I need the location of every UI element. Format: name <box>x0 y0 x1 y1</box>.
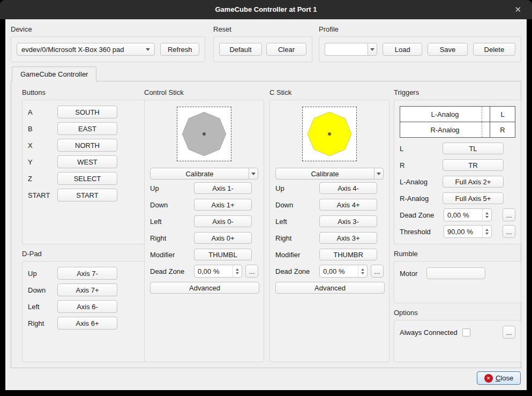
profile-combobox[interactable] <box>325 43 377 56</box>
dpad-left-binding[interactable]: Axis 6- <box>57 300 117 313</box>
close-button[interactable]: ✕ Close <box>477 371 521 385</box>
dead-zone-value: 0,00 % <box>444 209 482 221</box>
c-stick-down-binding[interactable]: Axis 4+ <box>319 199 377 211</box>
dpad-down-label: Down <box>28 286 57 294</box>
spinner-arrows[interactable] <box>233 265 242 277</box>
rumble-group: Rumble Motor <box>394 249 521 303</box>
triggers-threshold-more-button[interactable]: ... <box>503 225 515 238</box>
dialog-body: Device evdev/0/Microsoft X-Box 360 pad R… <box>5 19 527 390</box>
control-stick-dead-zone-label: Dead Zone <box>150 267 194 275</box>
control-stick-up-binding[interactable]: Axis 1- <box>194 182 252 194</box>
options-group-label: Options <box>394 308 521 318</box>
control-stick-right-binding[interactable]: Axis 0+ <box>194 232 252 244</box>
trigger-r-analog-binding[interactable]: Full Axis 5+ <box>443 192 504 204</box>
c-stick-up-label: Up <box>275 184 319 192</box>
device-group-label: Device <box>11 25 205 34</box>
default-button[interactable]: Default <box>219 43 262 56</box>
threshold-line <box>482 122 482 137</box>
chevron-down-icon <box>370 48 374 51</box>
control-stick-left-binding[interactable]: Axis 0- <box>194 215 252 227</box>
save-button[interactable]: Save <box>428 43 467 56</box>
control-stick-advanced-button[interactable]: Advanced <box>150 282 259 294</box>
titlebar: GameCube Controller at Port 1 ✕ <box>0 0 532 19</box>
button-z-binding[interactable]: SELECT <box>57 172 117 185</box>
trigger-l-binding[interactable]: TL <box>443 143 504 154</box>
dpad-up-binding[interactable]: Axis 7- <box>57 267 117 280</box>
window-close-icon[interactable]: ✕ <box>514 0 521 19</box>
control-stick-calibrate-button[interactable]: Calibrate <box>150 168 258 180</box>
button-y-binding[interactable]: WEST <box>57 155 117 168</box>
c-stick-advanced-button[interactable]: Advanced <box>275 282 385 294</box>
tab-gamecube-controller[interactable]: GameCube Controller <box>12 66 96 81</box>
triggers-threshold-label: Threshold <box>400 228 444 236</box>
c-stick-left-binding[interactable]: Axis 3- <box>319 215 377 227</box>
button-y-label: Y <box>28 158 57 166</box>
buttons-group: Buttons ASOUTH BEAST XNORTH YWEST ZSELEC… <box>22 88 146 244</box>
trigger-l-label: L <box>400 145 443 153</box>
control-stick-right-label: Right <box>150 234 194 242</box>
triggers-dead-zone-label: Dead Zone <box>400 211 444 219</box>
device-combobox[interactable]: evdev/0/Microsoft X-Box 360 pad <box>17 43 155 56</box>
c-stick-right-binding[interactable]: Axis 3+ <box>319 232 377 244</box>
c-stick-modifier-binding[interactable]: THUMBR <box>319 249 377 260</box>
control-stick-dead-zone-more-button[interactable]: ... <box>245 265 258 278</box>
refresh-button[interactable]: Refresh <box>160 43 199 56</box>
spin-down-icon <box>236 272 239 274</box>
l-trigger-cell: L <box>490 107 515 122</box>
button-b-binding[interactable]: EAST <box>57 122 117 135</box>
button-x-binding[interactable]: NORTH <box>57 139 117 152</box>
control-stick-down-label: Down <box>150 201 194 209</box>
calibrate-label: Calibrate <box>151 168 249 179</box>
chevron-down-icon[interactable] <box>249 168 258 179</box>
control-stick-dead-zone-spinbox[interactable]: 0,00 % <box>194 265 242 278</box>
dpad-right-binding[interactable]: Axis 6+ <box>57 317 117 330</box>
always-connected-label: Always Connected <box>400 328 458 337</box>
c-stick-dead-zone-spinbox[interactable]: 0,00 % <box>319 265 368 278</box>
chevron-down-icon <box>146 48 150 51</box>
clear-button[interactable]: Clear <box>266 43 306 56</box>
trigger-l-analog-binding[interactable]: Full Axis 2+ <box>443 176 504 188</box>
motor-binding[interactable] <box>426 267 485 279</box>
reset-group-label: Reset <box>213 25 312 34</box>
button-b-label: B <box>28 125 57 133</box>
device-group: Device evdev/0/Microsoft X-Box 360 pad R… <box>11 25 205 62</box>
l-analog-bar-label: L-Analog <box>400 107 490 122</box>
trigger-r-binding[interactable]: TR <box>443 159 504 171</box>
delete-button[interactable]: Delete <box>473 43 515 56</box>
c-stick-calibrate-button[interactable]: Calibrate <box>275 168 384 180</box>
triggers-threshold-spinbox[interactable]: 90,00 % <box>444 225 492 238</box>
button-z-label: Z <box>28 175 57 183</box>
calibrate-label: Calibrate <box>276 168 374 179</box>
control-stick-indicator <box>177 107 231 161</box>
always-connected-more-button[interactable]: ... <box>503 326 515 339</box>
stick-position-dot <box>203 132 206 136</box>
control-stick-down-binding[interactable]: Axis 1+ <box>194 199 252 211</box>
spinner-arrows[interactable] <box>482 226 491 237</box>
load-button[interactable]: Load <box>383 43 422 56</box>
button-start-binding[interactable]: START <box>57 189 117 201</box>
control-stick-up-label: Up <box>150 184 194 192</box>
dpad-right-label: Right <box>28 319 57 327</box>
c-stick-dead-zone-more-button[interactable]: ... <box>371 265 384 278</box>
always-connected-checkbox[interactable] <box>462 328 470 337</box>
dpad-down-binding[interactable]: Axis 7+ <box>57 283 117 296</box>
dead-zone-value: 0,00 % <box>320 265 358 277</box>
button-a-binding[interactable]: SOUTH <box>57 106 117 118</box>
c-stick-dead-zone-label: Dead Zone <box>275 267 319 275</box>
profile-group: Profile Load Save Delete <box>319 25 521 62</box>
spinner-arrows[interactable] <box>482 209 491 221</box>
spinner-arrows[interactable] <box>358 265 367 277</box>
dpad-left-label: Left <box>28 303 57 311</box>
control-stick-modifier-binding[interactable]: THUMBL <box>194 249 252 260</box>
c-stick-up-binding[interactable]: Axis 4- <box>319 182 377 194</box>
profile-combobox-value[interactable] <box>325 43 368 56</box>
dead-zone-value: 0,00 % <box>194 265 233 277</box>
triggers-dead-zone-more-button[interactable]: ... <box>503 208 515 221</box>
spin-down-icon <box>485 233 489 235</box>
c-stick-left-label: Left <box>275 218 319 226</box>
r-trigger-cell: R <box>490 122 515 137</box>
control-stick-left-label: Left <box>150 218 194 226</box>
chevron-down-icon[interactable] <box>374 168 383 179</box>
triggers-dead-zone-spinbox[interactable]: 0,00 % <box>444 208 492 221</box>
profile-combobox-dropdown[interactable] <box>368 43 377 56</box>
